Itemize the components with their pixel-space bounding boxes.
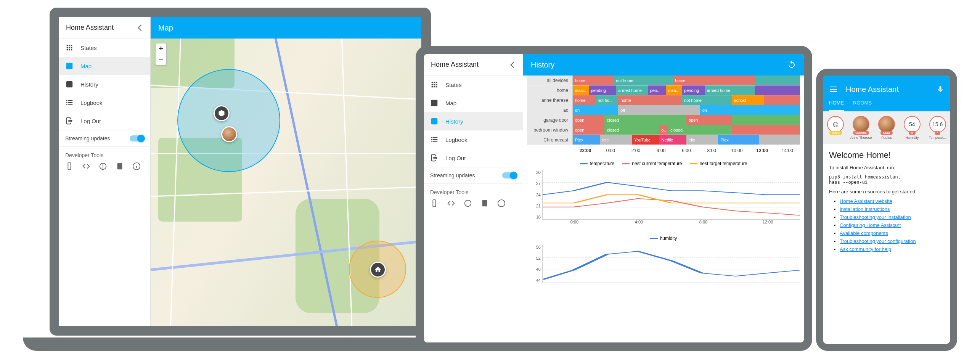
sidebar-item-logbook[interactable]: Logbook (59, 93, 150, 112)
history-row: ChromecastPlexidleYouTubeNetflixidlePlex (527, 135, 800, 145)
menu-icon[interactable] (829, 85, 838, 94)
chart-icon (65, 80, 74, 88)
state-badge[interactable]: 54%Humidity (901, 116, 923, 140)
chart-icon (430, 117, 439, 125)
badge-row: ☺DEMOSCHOOLAnne ThereseAWAYPaulus54%Humi… (823, 111, 950, 144)
streaming-updates-row: Streaming updates (59, 130, 150, 147)
refresh-icon[interactable] (787, 60, 796, 69)
history-segment: open (573, 115, 604, 125)
history-segment (732, 115, 800, 125)
signal-icon[interactable] (464, 199, 472, 207)
zoom-out-button[interactable]: – (156, 54, 166, 65)
history-segment: school (732, 95, 763, 105)
svg-rect-1 (66, 81, 73, 88)
history-segment: YouTube (632, 135, 659, 145)
info-icon[interactable] (132, 162, 141, 170)
map-zoom-controls: + – (155, 43, 167, 65)
time-axis: 22:000:002:004:006:008:0010:0012:0014:00 (527, 148, 800, 153)
history-segment: idle (686, 135, 718, 145)
history-segment: closed (668, 125, 732, 135)
legend-item: humidity (650, 236, 677, 241)
sidebar-item-logout[interactable]: Log Out (59, 112, 150, 130)
sidebar-item-logbook[interactable]: Logbook (424, 130, 523, 149)
account-box-icon (65, 62, 74, 70)
chart-temperature: temperaturenest current temperaturenest … (527, 161, 800, 224)
map-marker-package[interactable] (214, 105, 230, 121)
chevron-left-icon[interactable] (138, 24, 145, 31)
laptop-screen: Home Assistant States Map History (50, 8, 431, 336)
code-icon[interactable] (82, 162, 90, 170)
install-command: pip3 install homeassistant hass --open-u… (829, 174, 944, 185)
resource-link[interactable]: Troubleshooting your configuration (840, 238, 916, 244)
tab-rooms[interactable]: ROOMS (853, 100, 872, 111)
info-icon[interactable] (497, 199, 506, 207)
state-badge[interactable]: ☺DEMO (824, 116, 847, 140)
history-segment: home (673, 76, 755, 85)
svg-rect-4 (117, 163, 122, 170)
resource-link[interactable]: Configuring Home Assistant (840, 222, 901, 228)
streaming-toggle[interactable] (130, 135, 144, 141)
sidebar-item-logout[interactable]: Log Out (424, 149, 523, 167)
legend-item: nest current temperature (622, 161, 682, 166)
sidebar-item-states[interactable]: States (424, 76, 523, 94)
remote-icon[interactable] (430, 199, 439, 207)
state-badge[interactable]: 15.6°Temperat... (926, 116, 949, 140)
zoom-in-button[interactable]: + (156, 43, 166, 54)
tablet-frame: Home Assistant States Map History Logboo… (416, 46, 812, 351)
signal-icon[interactable] (99, 162, 107, 170)
apps-icon (65, 43, 74, 52)
microphone-icon[interactable] (937, 85, 944, 93)
history-row-label: garage door (527, 115, 573, 125)
history-segment: home (573, 76, 614, 85)
history-segment (764, 95, 800, 105)
sidebar-item-history[interactable]: History (424, 112, 523, 130)
laptop-base (23, 338, 458, 351)
page-header: History (523, 54, 804, 76)
sidebar-item-map[interactable]: Map (59, 57, 150, 75)
history-row-label: home (527, 85, 573, 95)
state-badge[interactable]: AWAYPaulus (876, 116, 898, 140)
map-marker-home[interactable] (370, 262, 386, 278)
sidebar-title-bar: Home Assistant (424, 54, 523, 76)
dev-tools-label: Developer Tools (59, 147, 150, 162)
template-icon[interactable] (480, 199, 489, 207)
logout-icon (65, 117, 74, 125)
map-area[interactable]: + – (151, 39, 421, 326)
state-badge[interactable]: SCHOOLAnne Therese (850, 116, 872, 140)
list-icon (430, 135, 439, 144)
history-segment: on (700, 105, 800, 115)
history-row-label: bedroom window (527, 125, 573, 135)
list-icon (65, 98, 74, 107)
sidebar-item-history[interactable]: History (59, 75, 150, 93)
map-marker-person[interactable] (221, 126, 237, 142)
history-segment: pending (682, 85, 705, 95)
phone-frame: Home Assistant HOME ROOMS ☺DEMOSCHOOLAnn… (816, 69, 957, 351)
history-row-label: all devices (527, 76, 573, 85)
history-segment: not ho.. (596, 95, 619, 105)
history-segment: open (686, 115, 732, 125)
resource-link[interactable]: Available components (840, 230, 888, 236)
laptop-frame: Home Assistant States Map History (23, 0, 458, 351)
history-segment: Netflix (659, 135, 686, 145)
history-row-label: ac (527, 105, 573, 115)
history-main: History all deviceshomenot homehomehomed… (523, 54, 804, 342)
chevron-left-icon[interactable] (511, 61, 517, 68)
history-segment: armed home (616, 85, 647, 95)
sidebar-item-states[interactable]: States (59, 39, 150, 57)
streaming-toggle[interactable] (502, 172, 517, 178)
resource-link[interactable]: Ask community for help (840, 246, 891, 252)
resource-link[interactable]: Home Assistant website (840, 198, 892, 204)
code-icon[interactable] (447, 199, 455, 207)
history-segment: not home (614, 76, 673, 85)
phone-content: Welcome Home! To install Home Assistant,… (823, 144, 950, 260)
tab-home[interactable]: HOME (829, 100, 844, 111)
template-icon[interactable] (116, 162, 124, 170)
map-zone-home (177, 69, 280, 172)
resource-link[interactable]: Installation instructions (840, 206, 890, 212)
history-row: bedroom windowopenclosedo..closed (527, 125, 800, 135)
resource-link[interactable]: Troubleshooting your installation (840, 214, 911, 220)
history-segment: home (618, 95, 682, 105)
remote-icon[interactable] (65, 162, 74, 170)
history-segment (759, 135, 800, 145)
sidebar-item-map[interactable]: Map (424, 94, 523, 112)
